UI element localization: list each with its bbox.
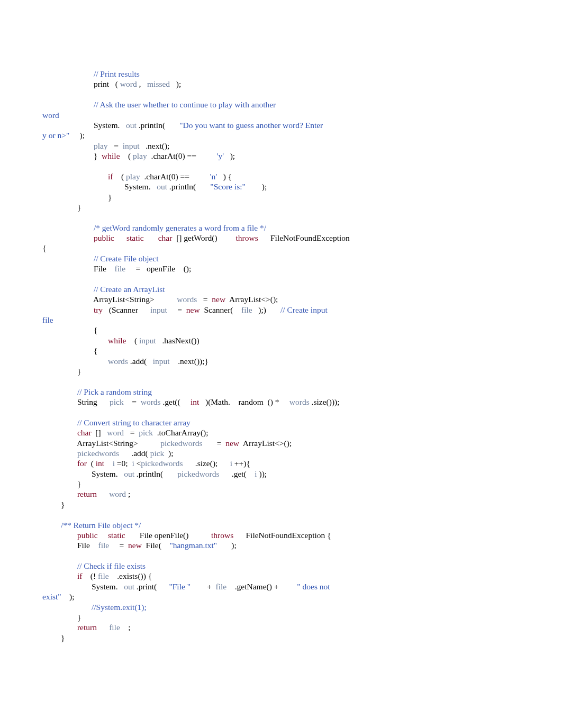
code-token: );: [246, 182, 267, 191]
code-token: [97, 623, 109, 632]
code-token: [42, 623, 77, 632]
code-token: [42, 141, 94, 150]
code-token: =: [124, 397, 141, 406]
code-token: "hangman.txt": [169, 541, 217, 550]
code-token: +: [191, 582, 216, 591]
code-token: .toCharArray();: [153, 428, 209, 437]
code-token: );: [164, 449, 173, 458]
code-line: // Create an ArrayList: [42, 284, 520, 294]
code-token: word: [107, 428, 124, 437]
code-line: try (Scanner input = new Scanner( file )…: [42, 305, 520, 315]
code-token: [144, 233, 158, 242]
code-token: char: [77, 428, 92, 437]
code-token: [42, 603, 92, 612]
code-token: [] getWord(): [172, 233, 235, 242]
code-line: y or n>" );: [42, 130, 520, 140]
code-line: ArrayList<String> words = new ArrayList<…: [42, 294, 520, 304]
code-token: =: [167, 305, 186, 314]
code-token: [42, 561, 77, 570]
code-token: [42, 439, 77, 448]
code-token: new: [225, 439, 239, 448]
code-token: =: [109, 541, 128, 550]
code-line: // Pick a random string: [42, 387, 520, 397]
code-token: =: [203, 439, 226, 448]
code-token: new: [212, 295, 225, 304]
code-token: ArrayList<String>: [93, 295, 177, 304]
code-token: [42, 193, 108, 202]
code-token: [42, 182, 124, 191]
code-token: // Pick a random string: [77, 387, 152, 396]
code-token: play: [133, 151, 147, 160]
code-token: word: [42, 111, 59, 120]
code-token: return: [77, 623, 97, 632]
code-token: []: [92, 428, 107, 437]
code-token: new: [186, 305, 200, 314]
code-line: }: [42, 612, 520, 622]
code-token: .hasNext()): [156, 336, 200, 345]
code-line: // Check if file exists: [42, 561, 520, 571]
code-token: .size();: [183, 459, 230, 468]
code-token: while: [102, 151, 120, 160]
code-token: {: [94, 346, 97, 355]
code-line: [42, 407, 520, 417]
code-token: .println(: [137, 121, 179, 130]
code-token: static: [126, 233, 144, 242]
code-token: =: [197, 295, 212, 304]
code-token: words: [108, 357, 128, 366]
code-token: [42, 346, 94, 355]
code-token: );: [217, 541, 237, 550]
code-line: }: [42, 633, 520, 643]
code-token: ));: [257, 469, 267, 478]
code-token: ;: [120, 623, 131, 632]
code-token: [42, 79, 94, 88]
code-token: pickedwords: [141, 459, 183, 468]
code-token: exist": [42, 592, 61, 601]
code-line: [42, 509, 520, 520]
code-token: // Ask the user whether to continue to p…: [94, 100, 276, 109]
code-token: [42, 295, 93, 304]
code-token: [42, 521, 61, 530]
code-token: file: [115, 264, 126, 273]
code-token: (: [113, 172, 126, 181]
code-token: .add(: [128, 357, 153, 366]
code-line: public static char [] getWord() throws F…: [42, 233, 520, 243]
code-token: " does not: [297, 582, 330, 591]
code-token: System.: [92, 582, 124, 591]
code-token: [42, 531, 77, 540]
code-token: pick: [150, 449, 165, 458]
code-token: y or n>": [42, 131, 69, 140]
code-line: [42, 551, 520, 561]
code-token: words: [141, 397, 161, 406]
code-line: }: [42, 366, 520, 376]
code-token: File: [77, 541, 98, 550]
code-token: [42, 613, 77, 622]
code-token: .println(: [134, 469, 177, 478]
code-token: file: [42, 315, 53, 324]
code-token: {: [94, 325, 97, 334]
code-token: ++){: [232, 459, 250, 468]
code-token: [42, 223, 94, 232]
code-token: .charAt(0) ==: [140, 172, 210, 181]
code-token: }: [77, 367, 81, 376]
code-line: /* getWord randomly generates a word fro…: [42, 223, 520, 233]
code-token: }: [61, 500, 65, 509]
code-token: ArrayList<>();: [225, 295, 278, 304]
code-token: play: [126, 172, 140, 181]
code-line: {: [42, 243, 520, 253]
code-token: new: [128, 541, 142, 550]
code-token: while: [108, 336, 126, 345]
code-line: //System.exit(1);: [42, 602, 520, 612]
code-token: [42, 541, 77, 550]
code-token: [42, 489, 77, 498]
code-token: [42, 633, 61, 642]
code-token: File openFile(): [125, 531, 211, 540]
code-line: // Convert string to character array: [42, 417, 520, 427]
code-token: "File ": [169, 582, 191, 591]
code-line: play = input .next();: [42, 141, 520, 151]
code-token: input: [150, 305, 167, 314]
code-line: }: [42, 499, 520, 509]
code-token: pickedwords: [77, 449, 119, 458]
code-token: file: [98, 571, 109, 580]
code-token: =: [124, 428, 139, 437]
code-token: [42, 459, 77, 468]
